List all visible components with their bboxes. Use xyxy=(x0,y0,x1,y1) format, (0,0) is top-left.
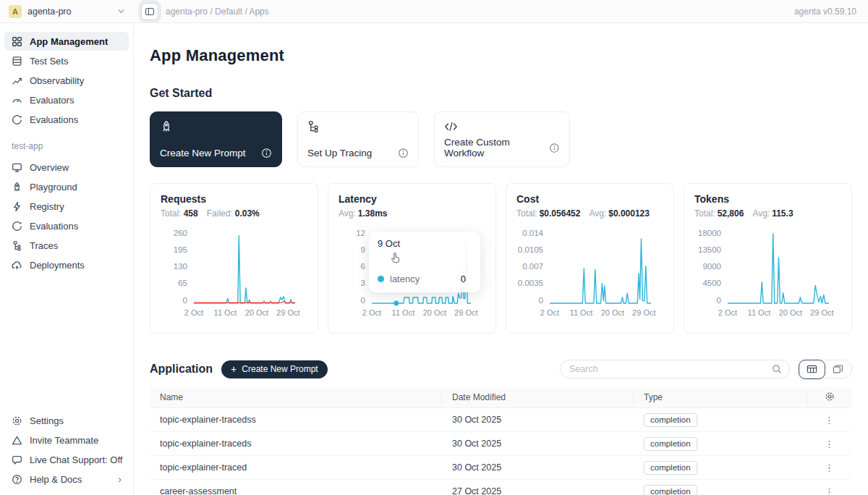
sidebar-item-playground[interactable]: Playground xyxy=(4,177,129,196)
workspace-switcher[interactable]: A agenta-pro xyxy=(0,5,134,18)
row-menu-button[interactable]: ⋮ xyxy=(807,439,852,449)
app-name: career-assessment xyxy=(150,486,442,495)
row-menu-button[interactable]: ⋮ xyxy=(807,462,852,473)
x-tick-label: 29 Oct xyxy=(632,308,655,317)
lightning-icon xyxy=(12,201,22,212)
column-type[interactable]: Type xyxy=(634,392,807,404)
sidebar-item-label: Invite Teammate xyxy=(30,435,98,446)
sidebar-item-registry[interactable]: Registry xyxy=(4,197,129,216)
sidebar-item-test-sets[interactable]: Test Sets xyxy=(4,51,129,70)
card-label: Create New Prompt xyxy=(160,148,246,158)
series-cost xyxy=(550,239,651,303)
sidebar-item-traces[interactable]: Traces xyxy=(4,236,129,255)
sidebar-item-label: Settings xyxy=(30,415,64,426)
search-box xyxy=(560,360,790,378)
chart-stats: Total:$0.056452 Avg:$0.000123 xyxy=(516,208,663,219)
y-tick-label: 3 xyxy=(361,279,365,288)
main-content: App Management Get Started Create New Pr… xyxy=(134,23,868,495)
rocket-icon xyxy=(12,182,22,192)
type-badge: completion xyxy=(644,413,697,427)
table-header: Name Date Modified Type xyxy=(150,387,852,408)
y-axis: 1800013500900045000 xyxy=(694,229,728,305)
app-date: 30 Oct 2025 xyxy=(442,439,634,449)
column-date-modified[interactable]: Date Modified xyxy=(442,392,634,404)
sidebar-item-label: Overview xyxy=(30,162,69,173)
y-tick-label: 0 xyxy=(717,297,721,305)
create-new-prompt-button[interactable]: + Create New Prompt xyxy=(221,360,328,378)
table-row[interactable]: topic-explainer-traced 30 Oct 2025 compl… xyxy=(150,456,852,480)
sidebar-item-observability[interactable]: Observability xyxy=(4,71,129,90)
sidebar-item-label: Playground xyxy=(30,182,77,192)
x-tick-label: 11 Oct xyxy=(392,308,415,317)
chat-bubble-icon xyxy=(12,454,22,465)
tokens-chart[interactable] xyxy=(728,229,829,306)
y-tick-label: 65 xyxy=(178,279,187,288)
gear-icon xyxy=(12,415,22,426)
app-date: 30 Oct 2025 xyxy=(442,415,634,425)
chart-title: Requests xyxy=(161,193,307,205)
sidebar-item-evaluators[interactable]: Evaluators xyxy=(4,90,129,109)
application-heading: Application xyxy=(150,363,213,376)
requests-card: Requests Total:458 Failed:0.03% 26019513… xyxy=(150,183,318,334)
info-icon[interactable] xyxy=(398,148,409,158)
sidebar-item-label: Registry xyxy=(30,201,64,212)
cost-chart[interactable] xyxy=(550,229,651,306)
y-tick-label: 0 xyxy=(183,297,187,305)
row-menu-button[interactable]: ⋮ xyxy=(807,415,852,426)
sidebar-item-settings[interactable]: Settings xyxy=(4,411,129,430)
chart-stats: Total:458 Failed:0.03% xyxy=(161,208,307,219)
breadcrumb[interactable]: agenta-pro / Default / Apps xyxy=(166,7,269,17)
sidebar-item-label: Traces xyxy=(30,240,58,251)
view-toggle xyxy=(799,360,852,378)
table-row[interactable]: topic-explainer-traceds 30 Oct 2025 comp… xyxy=(150,432,852,456)
chevron-down-icon xyxy=(117,7,125,15)
sidebar-item-deployments[interactable]: Deployments xyxy=(4,255,129,274)
x-tick-label: 20 Oct xyxy=(779,308,802,317)
column-settings[interactable] xyxy=(807,392,852,404)
info-icon[interactable] xyxy=(261,148,272,158)
sidebar-toggle-button[interactable] xyxy=(141,3,158,20)
y-tick-label: 0.0035 xyxy=(518,279,543,288)
type-badge: completion xyxy=(644,437,697,451)
table-row[interactable]: career-assessment 27 Oct 2025 completion… xyxy=(150,480,852,495)
sidebar-item-app-evaluations[interactable]: Evaluations xyxy=(4,216,129,235)
table-row[interactable]: topic-explainer-tracedss 30 Oct 2025 com… xyxy=(150,408,852,432)
x-tick-label: 29 Oct xyxy=(454,308,477,317)
info-icon[interactable] xyxy=(549,143,560,153)
type-badge: completion xyxy=(644,485,697,495)
sidebar-item-app-management[interactable]: App Management xyxy=(4,32,129,51)
table-view-button[interactable] xyxy=(799,360,825,379)
column-name[interactable]: Name xyxy=(150,392,442,404)
y-tick-label: 4500 xyxy=(702,279,721,288)
app-section-label: test-app xyxy=(12,141,122,151)
sidebar-item-invite-teammate[interactable]: Invite Teammate xyxy=(4,431,129,449)
y-tick-label: 260 xyxy=(174,229,187,238)
sidebar-item-help-docs[interactable]: Help & Docs › xyxy=(4,470,129,488)
y-tick-label: 0 xyxy=(361,297,365,305)
create-custom-workflow-card[interactable]: Create Custom Workflow xyxy=(434,111,570,167)
invite-icon xyxy=(12,435,22,446)
app-date: 27 Oct 2025 xyxy=(442,486,634,495)
search-input[interactable] xyxy=(569,364,766,374)
card-view-icon xyxy=(833,364,843,374)
chart-title: Tokens xyxy=(694,193,841,205)
card-view-button[interactable] xyxy=(825,360,851,378)
requests-chart[interactable] xyxy=(194,229,295,306)
set-up-tracing-card[interactable]: Set Up Tracing xyxy=(297,111,419,167)
search-icon[interactable] xyxy=(772,364,782,374)
y-tick-label: 9 xyxy=(361,246,365,255)
tooltip-value: 0 xyxy=(461,274,473,284)
sidebar-item-label: Deployments xyxy=(30,260,85,271)
rocket-icon xyxy=(160,120,173,133)
tooltip-series-row: latency 0 xyxy=(378,274,473,284)
table-view-icon xyxy=(807,364,817,374)
x-tick-label: 20 Oct xyxy=(601,308,624,317)
sidebar-item-label: Live Chat Support: Off xyxy=(30,454,122,465)
sidebar-item-overview[interactable]: Overview xyxy=(4,158,129,177)
sidebar-item-live-chat[interactable]: Live Chat Support: Off xyxy=(4,450,129,469)
tooltip-series-name: latency xyxy=(390,274,420,284)
application-header: Application + Create New Prompt xyxy=(150,360,852,378)
create-new-prompt-card[interactable]: Create New Prompt xyxy=(150,111,282,167)
sidebar-item-evaluations[interactable]: Evaluations xyxy=(4,110,129,129)
row-menu-button[interactable]: ⋮ xyxy=(807,486,852,495)
